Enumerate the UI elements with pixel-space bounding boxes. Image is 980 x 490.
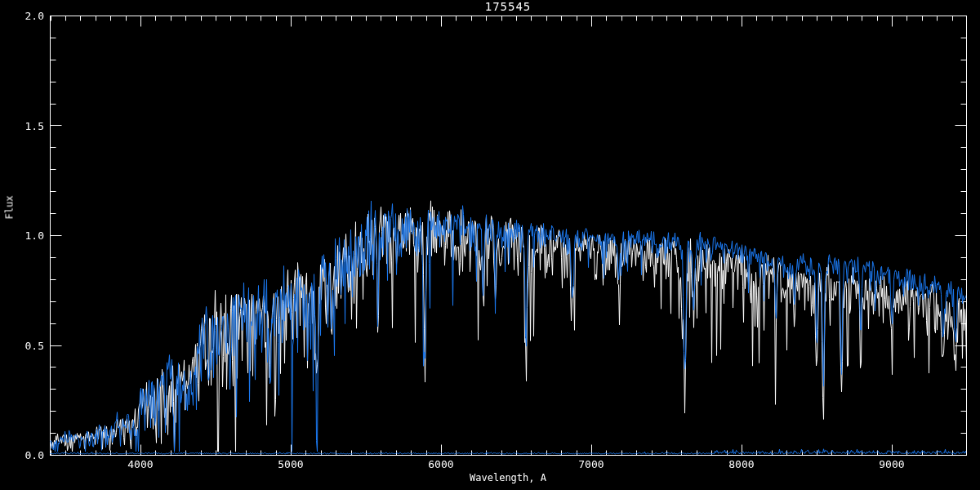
x-tick-label: 6000 [428, 459, 453, 470]
x-tick-label: 7000 [578, 459, 604, 470]
x-tick-label: 5000 [278, 459, 303, 470]
x-tick-label: 8000 [728, 459, 754, 470]
y-tick-label: 0.0 [25, 450, 46, 461]
y-tick-label: 2.0 [25, 11, 46, 21]
y-tick-label: 1.5 [25, 120, 46, 131]
x-tick-label: 4000 [127, 459, 153, 470]
spectrum-plot: 175545 Wavelength, A Flux 4000 5000 6000… [0, 0, 980, 490]
x-axis-label: Wavelength, A [50, 473, 966, 483]
y-tick-label: 0.5 [25, 340, 46, 350]
spectrum-plot-canvas [0, 0, 980, 490]
plot-title: 175545 [50, 2, 966, 12]
x-tick-label: 9000 [879, 459, 904, 470]
y-tick-label: 1.0 [25, 230, 46, 241]
y-axis-label: Flux [5, 196, 16, 220]
